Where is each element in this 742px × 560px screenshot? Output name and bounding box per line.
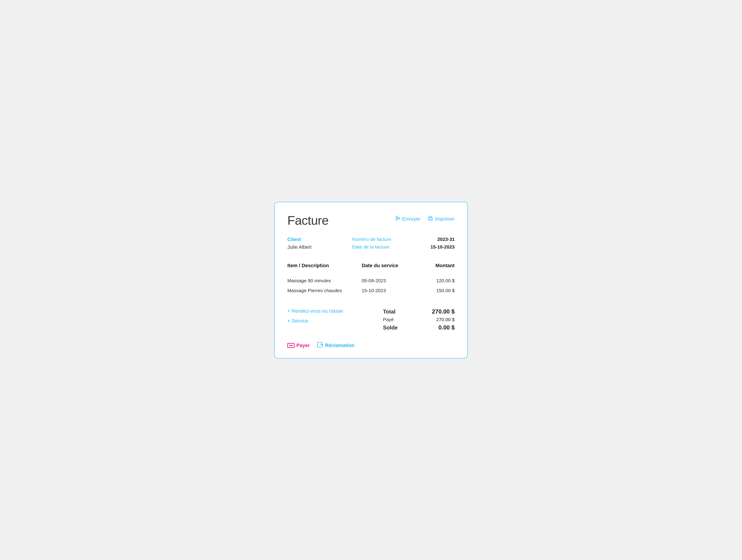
row-amount: 150.00 $ [418,288,455,293]
pay-label: Payer [296,343,310,348]
info-section: Client Julie Albert Numéro de facture 20… [287,237,455,252]
svg-point-3 [429,218,429,219]
invoice-date-label: Date de la facture [343,244,419,250]
add-appointment-label: + Rendez-vous ou classe [287,308,343,314]
col-amount-header: Montant [418,263,455,268]
print-label: Imprimer [435,216,455,222]
invoice-number-row: Numéro de facture 2023-31 [343,237,455,242]
total-value: 270.00 $ [432,308,455,315]
client-label: Client [287,237,343,243]
balance-value: 0.00 $ [438,324,455,331]
invoice-container: Facture Envoyer [274,202,468,358]
balance-row: Solde 0.00 $ [383,324,455,331]
row-description: Massage Pierres chaudes [287,288,362,293]
add-buttons-section: + Rendez-vous ou classe + Service [287,308,383,324]
total-label: Total [383,309,395,315]
row-date: 15-10-2023 [362,288,418,293]
claim-label: Réclamation [325,343,355,348]
invoice-number-label: Numéro de facture [343,237,419,242]
col-date-header: Date du service [362,263,418,268]
paid-value: 270.00 $ [436,317,455,322]
send-button[interactable]: Envoyer [395,216,420,222]
header-actions: Envoyer Imprimer [395,213,455,222]
send-label: Envoyer [402,216,420,222]
balance-label: Solde [383,324,398,331]
row-date: 05-09-2023 [362,278,418,284]
paid-label: Payé [383,317,394,322]
table-row: Massage 90 minutes 05-09-2023 120.00 $ [287,276,455,286]
row-description: Massage 90 minutes [287,278,362,284]
send-icon [395,216,401,222]
pay-icon [287,343,295,348]
claim-icon [317,342,323,349]
print-icon [427,216,433,222]
add-service-label: + Service [287,318,308,324]
invoice-number-value: 2023-31 [419,237,455,242]
add-service-button[interactable]: + Service [287,318,383,324]
client-name: Julie Albert [287,244,343,250]
claim-button[interactable]: Réclamation [317,342,355,349]
pay-button[interactable]: Payer [287,343,310,348]
footer-actions: Payer Réclamation [287,342,455,349]
invoice-date-value: 15-10-2023 [419,244,455,250]
add-appointment-button[interactable]: + Rendez-vous ou classe [287,308,383,314]
table-header: Item / Description Date du service Monta… [287,263,455,272]
paid-row: Payé 270.00 $ [383,317,455,322]
table-row: Massage Pierres chaudes 15-10-2023 150.0… [287,286,455,296]
total-row: Total 270.00 $ [383,308,455,315]
invoice-header: Facture Envoyer [287,213,455,227]
print-button[interactable]: Imprimer [427,216,455,222]
col-description-header: Item / Description [287,263,362,268]
items-table: Item / Description Date du service Monta… [287,263,455,296]
page-title: Facture [287,213,328,227]
invoice-date-row: Date de la facture 15-10-2023 [343,244,455,250]
client-block: Client Julie Albert [287,237,343,250]
invoice-meta: Numéro de facture 2023-31 Date de la fac… [343,237,455,250]
row-amount: 120.00 $ [418,278,455,284]
bottom-section: + Rendez-vous ou classe + Service Total … [287,305,455,331]
table-rows: Massage 90 minutes 05-09-2023 120.00 $ M… [287,276,455,296]
totals-block: Total 270.00 $ Payé 270.00 $ Solde 0.00 … [383,308,455,331]
